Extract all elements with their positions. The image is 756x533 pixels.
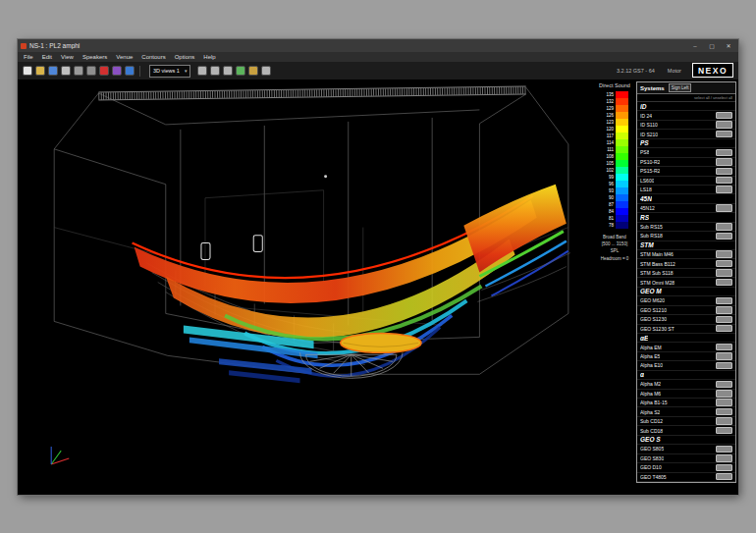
catalog-speaker-row[interactable]: Alpha S2 bbox=[637, 407, 735, 416]
rotate-view-icon[interactable] bbox=[236, 66, 245, 76]
menu-venue[interactable]: Venue bbox=[116, 54, 133, 60]
catalog-group-header[interactable]: RS bbox=[637, 213, 735, 222]
catalog-speaker-row[interactable]: Alpha M2 bbox=[637, 380, 735, 389]
legend-row: 135 bbox=[601, 91, 628, 98]
speaker-name: Sub CD18 bbox=[640, 428, 663, 434]
legend-color-swatch bbox=[616, 208, 628, 214]
catalog-speaker-row[interactable]: GEO S1230 ST bbox=[637, 325, 735, 334]
catalog-speaker-row[interactable]: GEO T4805 bbox=[637, 473, 735, 482]
speaker-thumbnail bbox=[716, 446, 732, 453]
app-icon bbox=[21, 43, 27, 49]
print-icon[interactable] bbox=[61, 66, 71, 76]
catalog-speaker-row[interactable]: Sub CD12 bbox=[637, 417, 735, 426]
speaker-name: STM Bass B112 bbox=[640, 261, 675, 267]
catalog-speaker-row[interactable]: STM Main M46 bbox=[637, 250, 735, 259]
measure-icon[interactable] bbox=[248, 66, 258, 76]
catalog-speaker-row[interactable]: Alpha E10 bbox=[637, 361, 735, 370]
catalog-speaker-row[interactable]: GEO S1230 bbox=[637, 315, 735, 324]
catalog-speaker-row[interactable]: ID S110 bbox=[637, 121, 735, 130]
catalog-group-header[interactable]: GEO M bbox=[637, 288, 735, 296]
zoom-fit-icon[interactable] bbox=[223, 66, 233, 76]
mute-icon[interactable] bbox=[261, 66, 271, 76]
speaker-series-logo: RS bbox=[640, 214, 649, 221]
catalog-speaker-row[interactable]: PS10-R2 bbox=[637, 158, 735, 167]
view-selector-value: 3D views 1 bbox=[153, 68, 180, 74]
catalog-speaker-row[interactable]: GEO S830 bbox=[637, 454, 735, 463]
menu-help[interactable]: Help bbox=[203, 54, 215, 60]
save-icon[interactable] bbox=[48, 66, 58, 76]
catalog-speaker-row[interactable]: Sub CD18 bbox=[637, 426, 735, 435]
legend-value: 105 bbox=[601, 161, 616, 166]
menu-speakers[interactable]: Speakers bbox=[82, 54, 107, 60]
light-fixture-dot bbox=[324, 175, 327, 178]
catalog-speaker-row[interactable]: STM Bass B112 bbox=[637, 259, 735, 268]
speaker-name: LS18 bbox=[640, 187, 652, 192]
catalog-speaker-row[interactable]: GEO S805 bbox=[637, 445, 735, 453]
menu-contours[interactable]: Contours bbox=[141, 54, 165, 60]
catalog-group-header[interactable]: 45N bbox=[637, 194, 735, 203]
catalog-speaker-row[interactable]: GEO M620 bbox=[637, 296, 735, 305]
catalog-speaker-row[interactable]: Sub RS15 bbox=[637, 223, 735, 232]
catalog-group-header[interactable]: αE bbox=[637, 334, 735, 343]
catalog-group-header[interactable]: STM bbox=[637, 241, 735, 250]
maximize-button[interactable]: ▢ bbox=[705, 41, 719, 51]
nexo-logo: NEXO bbox=[692, 63, 733, 78]
legend-value: 93 bbox=[601, 188, 616, 193]
legend-row: 78 bbox=[601, 222, 628, 229]
catalog-group-header[interactable]: GEO S bbox=[637, 436, 735, 445]
catalog-speaker-row[interactable]: GEO S1210 bbox=[637, 306, 735, 315]
catalog-speaker-row[interactable]: LS18 bbox=[637, 186, 735, 194]
view-selector-dropdown[interactable]: 3D views 1 ▾ bbox=[149, 65, 190, 78]
catalog-speaker-row[interactable]: LS600 bbox=[637, 177, 735, 186]
catalog-group-header[interactable]: iD bbox=[637, 102, 735, 111]
zoom-out-icon[interactable] bbox=[210, 66, 220, 76]
catalog-speaker-row[interactable]: STM Omni M28 bbox=[637, 278, 735, 287]
legend-footer-line: Headroom = 0 bbox=[601, 255, 629, 262]
catalog-speaker-row[interactable]: Alpha M6 bbox=[637, 390, 735, 399]
menu-view[interactable]: View bbox=[61, 54, 74, 60]
speaker-name: Alpha M6 bbox=[640, 391, 661, 397]
legend-row: 81 bbox=[601, 215, 628, 222]
screenshot-icon[interactable] bbox=[74, 66, 83, 76]
undo-icon[interactable] bbox=[86, 66, 96, 76]
zoom-in-icon[interactable] bbox=[197, 66, 207, 76]
speaker-thumbnail bbox=[716, 168, 732, 176]
catalog-speaker-row[interactable]: 45N12 bbox=[637, 204, 735, 213]
palette-icon[interactable] bbox=[112, 66, 122, 76]
3d-viewport[interactable] bbox=[18, 80, 593, 495]
catalog-speaker-row[interactable]: ID S210 bbox=[637, 130, 735, 138]
catalog-speaker-row[interactable]: Sub RS18 bbox=[637, 232, 735, 240]
info-icon[interactable] bbox=[125, 66, 135, 76]
record-icon[interactable] bbox=[99, 66, 109, 76]
catalog-speaker-row[interactable]: GEO D10 bbox=[637, 463, 735, 472]
catalog-speaker-row[interactable]: PS15-R2 bbox=[637, 167, 735, 176]
chevron-down-icon: ▾ bbox=[185, 68, 188, 74]
legend-value: 87 bbox=[601, 202, 616, 207]
minimize-button[interactable]: – bbox=[688, 41, 702, 51]
catalog-speaker-row[interactable]: PS8 bbox=[637, 148, 735, 157]
speaker-name: ID S210 bbox=[640, 132, 658, 137]
legend-color-swatch bbox=[616, 105, 628, 111]
catalog-group-header[interactable]: PS bbox=[637, 139, 735, 148]
open-folder-icon[interactable] bbox=[35, 66, 45, 76]
catalog-group-header[interactable]: α bbox=[637, 371, 735, 380]
catalog-speaker-row[interactable]: Alpha EM bbox=[637, 343, 735, 351]
catalog-speaker-row[interactable]: STM Sub S118 bbox=[637, 269, 735, 278]
speaker-name: GEO S830 bbox=[640, 455, 664, 461]
new-file-icon[interactable] bbox=[23, 66, 32, 76]
catalog-speaker-row[interactable]: Alpha B1-15 bbox=[637, 399, 735, 407]
catalog-speaker-row[interactable]: ID 24 bbox=[637, 111, 735, 120]
speaker-thumbnail bbox=[716, 408, 732, 416]
desktop-background: NS-1 : PL2 amphi – ▢ ✕ FileEditViewSpeak… bbox=[0, 0, 756, 533]
systems-select-all-links[interactable]: select all / unselect all bbox=[637, 94, 735, 102]
version-label: 3.2.12 GS7 - 64 bbox=[617, 68, 655, 74]
catalog-speaker-row[interactable]: Alpha E5 bbox=[637, 352, 735, 361]
menu-edit[interactable]: Edit bbox=[42, 54, 52, 60]
legend-row: 108 bbox=[601, 153, 628, 160]
systems-panel-tab[interactable]: Sign Left bbox=[669, 83, 692, 92]
menu-options[interactable]: Options bbox=[175, 54, 195, 60]
speaker-name: Sub RS15 bbox=[640, 224, 663, 230]
close-button[interactable]: ✕ bbox=[722, 41, 735, 51]
legend-color-swatch bbox=[616, 167, 628, 173]
menu-file[interactable]: File bbox=[24, 54, 33, 60]
